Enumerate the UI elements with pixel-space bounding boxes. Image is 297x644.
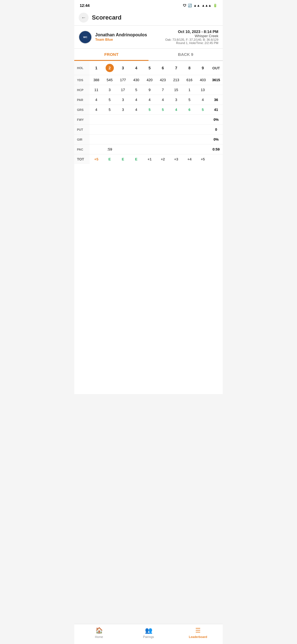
fwy-1 [90, 115, 103, 125]
player-details: Jonathan Andrinopoulos Team Blue [95, 32, 147, 42]
par-1: 4 [90, 95, 103, 105]
gir-3 [116, 135, 130, 144]
nav-item-pairings[interactable]: 👥 Pairings [124, 627, 173, 638]
hole-3: 3 [116, 61, 130, 75]
hcp-2: 3 [103, 85, 116, 95]
row-label-par: PAR [74, 95, 90, 105]
put-4 [130, 125, 143, 135]
player-round: Round 1, Hole/Time: 2/2:45 PM [165, 41, 218, 45]
hcp-out [210, 85, 223, 95]
hcp-4: 5 [130, 85, 143, 95]
hcp-1: 11 [90, 85, 103, 95]
content-spacer [74, 394, 223, 624]
home-icon: 🏠 [95, 627, 103, 634]
gir-7 [169, 135, 183, 144]
fwy-5 [143, 115, 156, 125]
pac-2: :59 [103, 144, 116, 154]
avatar: WC [79, 31, 92, 44]
yds-5: 420 [143, 75, 156, 85]
table-row-gir: GIR 0% [74, 135, 223, 144]
tot-1: +5 [90, 154, 103, 164]
scorecard-table-container: HOL 1 2 3 4 5 6 7 8 9 OUT YDS 388 545 17… [74, 61, 223, 394]
hcp-6: 7 [156, 85, 169, 95]
battery-icon: 🔋 [213, 4, 217, 7]
gir-9 [196, 135, 209, 144]
tot-out [210, 154, 223, 164]
gir-2 [103, 135, 116, 144]
home-label: Home [95, 635, 103, 638]
row-label-grs: GRS [74, 105, 90, 115]
hole-8: 8 [183, 61, 196, 75]
table-row-pac: PAC :59 0:59 [74, 144, 223, 154]
pac-9 [196, 144, 209, 154]
hole-out: OUT [210, 61, 223, 75]
avatar-initials: WC [79, 31, 91, 43]
grs-6: 5 [156, 105, 169, 115]
table-row-tot: TOT +5 E E E +1 +2 +3 +4 +5 [74, 154, 223, 164]
status-icons: 🛡 🔄 ▲▲ ▲▲▲ 🔋 [183, 4, 217, 7]
leaderboard-icon: ☰ [195, 627, 201, 634]
hole-2: 2 [103, 61, 116, 75]
hcp-8: 1 [183, 85, 196, 95]
tot-7: +3 [169, 154, 183, 164]
hcp-3: 17 [116, 85, 130, 95]
fwy-out: 0% [210, 115, 223, 125]
hole-5: 5 [143, 61, 156, 75]
fwy-8 [183, 115, 196, 125]
put-3 [116, 125, 130, 135]
put-5 [143, 125, 156, 135]
hcp-5: 9 [143, 85, 156, 95]
table-row-grs: GRS 4 5 3 4 5 5 4 6 5 41 [74, 105, 223, 115]
gir-8 [183, 135, 196, 144]
player-info-left: WC Jonathan Andrinopoulos Team Blue [79, 31, 147, 44]
gir-5 [143, 135, 156, 144]
put-7 [169, 125, 183, 135]
grs-9: 5 [196, 105, 209, 115]
hole-1: 1 [90, 61, 103, 75]
nav-item-home[interactable]: 🏠 Home [74, 627, 124, 638]
pac-5 [143, 144, 156, 154]
put-1 [90, 125, 103, 135]
row-label-gir: GIR [74, 135, 90, 144]
player-course: Whisper Creek [165, 34, 218, 38]
app-bar: ← Scorecard [74, 10, 223, 26]
fwy-4 [130, 115, 143, 125]
bottom-navigation: 🏠 Home 👥 Pairings ☰ Leaderboard [74, 624, 223, 644]
par-6: 4 [156, 95, 169, 105]
gir-4 [130, 135, 143, 144]
player-date: Oct 10, 2023 - 8:14 PM [165, 29, 218, 34]
row-label-hcp: HCP [74, 85, 90, 95]
table-row-par: PAR 4 5 3 4 4 4 3 5 4 36 [74, 95, 223, 105]
yds-7: 213 [169, 75, 183, 85]
gir-6 [156, 135, 169, 144]
pac-1 [90, 144, 103, 154]
tab-front[interactable]: FRONT [74, 49, 148, 61]
nav-item-leaderboard[interactable]: ☰ Leaderboard [173, 627, 223, 638]
row-label-fwy: FWY [74, 115, 90, 125]
tot-6: +2 [156, 154, 169, 164]
par-5: 4 [143, 95, 156, 105]
put-out: 0 [210, 125, 223, 135]
fwy-3 [116, 115, 130, 125]
row-label-hol: HOL [74, 61, 90, 75]
par-3: 3 [116, 95, 130, 105]
grs-1: 4 [90, 105, 103, 115]
gir-out: 0% [210, 135, 223, 144]
put-2 [103, 125, 116, 135]
back-button[interactable]: ← [79, 13, 89, 23]
pac-8 [183, 144, 196, 154]
gir-1 [90, 135, 103, 144]
player-name: Jonathan Andrinopoulos [95, 32, 147, 37]
par-4: 4 [130, 95, 143, 105]
tot-9: +5 [196, 154, 209, 164]
tab-back9[interactable]: BACK 9 [148, 49, 223, 60]
grs-out: 41 [210, 105, 223, 115]
fwy-6 [156, 115, 169, 125]
pac-6 [156, 144, 169, 154]
table-row-put: PUT 0 [74, 125, 223, 135]
tot-4: E [130, 154, 143, 164]
scorecard-table: HOL 1 2 3 4 5 6 7 8 9 OUT YDS 388 545 17… [74, 61, 223, 164]
grs-7: 4 [169, 105, 183, 115]
pac-out: 0:59 [210, 144, 223, 154]
grs-4: 4 [130, 105, 143, 115]
